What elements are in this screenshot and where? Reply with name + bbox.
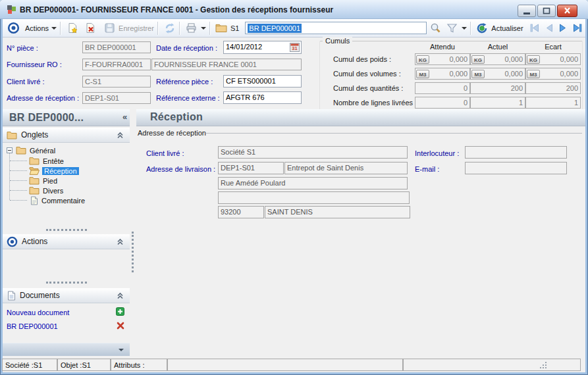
print-icon[interactable] (185, 22, 198, 34)
documents-section-bar[interactable]: Documents (3, 288, 130, 303)
close-button[interactable] (557, 5, 577, 17)
tree-node-label[interactable]: Général (30, 147, 55, 155)
app-icon (6, 4, 17, 15)
actualiser-icon[interactable] (476, 22, 488, 34)
nav-last-icon[interactable] (572, 23, 583, 33)
unit-kg-badge[interactable]: KG (527, 55, 540, 64)
cumul-quantites-attendu-field: 0 (415, 82, 470, 94)
cumuls-group-title: Cumuls (323, 37, 352, 45)
panel-splitter[interactable] (132, 232, 134, 272)
sidebar-bottom-bar[interactable] (3, 343, 130, 356)
reference-piece-field[interactable]: CF ETS000001 (223, 75, 302, 88)
tree-item-reception[interactable]: Réception (29, 166, 79, 176)
date-reception-field[interactable]: 14/01/2012 31 (223, 41, 302, 54)
sidebar-splitter-dots[interactable] (46, 229, 87, 231)
actions-target-icon[interactable] (7, 22, 20, 34)
sidebar-title: BR DEP0000... (9, 112, 84, 124)
tree-item-commentaire[interactable]: Commentaire (29, 195, 85, 205)
toolbar-separator (470, 22, 471, 35)
folder-icon (29, 157, 40, 165)
actualiser-button[interactable]: Actualiser (491, 24, 523, 32)
tree-item-label-selected[interactable]: Réception (42, 167, 79, 175)
collapse-chevron-icon[interactable] (117, 132, 124, 139)
nb-lignes-actuel-field: 1 (470, 97, 525, 109)
actions-section-title: Actions (22, 237, 47, 246)
remove-document-icon[interactable] (117, 322, 124, 330)
search-icon[interactable] (430, 22, 441, 34)
reference-externe-field[interactable]: AFGTR 676 (223, 91, 302, 104)
unit-m3-badge[interactable]: M3 (416, 70, 429, 78)
actions-section-bar[interactable]: Actions (3, 234, 130, 249)
main-client-livre-field: Société S1 (218, 146, 408, 159)
folder-open-icon (29, 166, 40, 175)
main-toolbar: Actions Enregistrer S1 BR DEP000001 (3, 19, 585, 38)
delete-document-icon[interactable] (85, 22, 96, 34)
sidebar-header[interactable]: BR DEP0000... « (3, 109, 130, 126)
search-input[interactable]: BR DEP000001 (245, 22, 427, 34)
fournisseur-code-field: F-FOURFRA0001 (82, 59, 151, 70)
unit-kg-badge[interactable]: KG (416, 55, 429, 64)
onglets-section-bar[interactable]: Onglets (3, 128, 130, 143)
adresse-nom-field: Entrepot de Saint Denis (284, 162, 408, 174)
add-document-icon[interactable] (116, 307, 124, 316)
tree-guide (10, 190, 27, 191)
filter-icon[interactable] (446, 23, 458, 33)
tree-item-label[interactable]: Pied (43, 177, 57, 185)
sidebar-collapse-icon[interactable]: « (122, 112, 127, 122)
tree-item-label[interactable]: Entête (43, 157, 64, 165)
actions-caret-icon[interactable] (51, 27, 57, 30)
cumuls-col-attendu: Attendu (415, 43, 470, 51)
status-empty-cell (167, 359, 403, 371)
collapse-chevron-icon[interactable] (117, 292, 124, 299)
toolbar-separator (179, 22, 180, 35)
adresse-ligne2-field: Rue Amédé Poulard (218, 177, 408, 189)
collapse-chevron-icon[interactable] (117, 238, 124, 245)
unit-m3-badge[interactable]: M3 (527, 70, 540, 78)
cumul-quantites-actuel-field: 200 (470, 82, 525, 94)
window-title: BR DEP000001- FOURNISSEUR FRANCE 0001 - … (20, 5, 333, 14)
tree-node-general[interactable]: Général (7, 145, 55, 155)
adresse-code-field: DEP1-S01 (218, 162, 284, 174)
onglets-section-title: Onglets (21, 130, 48, 139)
date-reception-value: 14/01/2012 (226, 43, 262, 51)
tree-item-entete[interactable]: Entête (29, 156, 64, 166)
cumul-volumes-label: Cumul des volumes : (333, 70, 401, 78)
new-document-icon[interactable] (67, 22, 78, 34)
tree-item-divers[interactable]: Divers (29, 186, 63, 195)
actions-menu-button[interactable]: Actions (25, 24, 49, 32)
resize-grip[interactable] (540, 362, 547, 369)
tree-item-label[interactable]: Commentaire (41, 197, 85, 205)
unit-kg-badge[interactable]: KG (471, 55, 485, 64)
save-button[interactable]: Enregistrer (119, 24, 154, 32)
tree-guide (10, 161, 27, 161)
nav-next-icon[interactable] (558, 23, 568, 33)
print-options-caret-icon[interactable] (201, 27, 206, 30)
calendar-icon[interactable]: 31 (290, 43, 300, 52)
cumul-volumes-ecart-field: M30,000 (525, 68, 581, 80)
maximize-button[interactable] (537, 5, 556, 17)
num-piece-label: N° pièce : (7, 44, 38, 52)
sidebar-more-caret-icon[interactable] (119, 349, 124, 351)
tree-item-label[interactable]: Divers (43, 187, 63, 195)
refresh-icon[interactable] (164, 22, 176, 34)
cumul-poids-attendu-field: KG0,000 (415, 53, 470, 65)
filter-caret-icon[interactable] (462, 27, 467, 30)
toolbar-separator (209, 22, 211, 35)
tree-item-pied[interactable]: Pied (29, 176, 57, 186)
document-link[interactable]: BR DEP000001 (7, 322, 58, 330)
nav-first-icon[interactable] (529, 23, 540, 33)
cumul-poids-label: Cumul des poids : (333, 55, 391, 63)
status-attributs: Attributs : (111, 359, 167, 371)
sidebar-splitter-dots[interactable] (46, 282, 87, 284)
tree-expand-minus-icon[interactable] (7, 147, 13, 153)
save-icon[interactable] (104, 22, 115, 34)
nav-prev-icon[interactable] (545, 23, 554, 33)
email-field (465, 162, 567, 174)
document-icon (30, 196, 38, 205)
unit-m3-badge[interactable]: M3 (471, 70, 485, 78)
site-folder-icon[interactable] (215, 23, 227, 33)
minimize-button[interactable] (518, 5, 536, 17)
cumuls-col-ecart: Ecart (525, 43, 581, 51)
new-document-link[interactable]: Nouveau document (7, 309, 69, 316)
cumuls-col-actuel: Actuel (470, 43, 525, 51)
